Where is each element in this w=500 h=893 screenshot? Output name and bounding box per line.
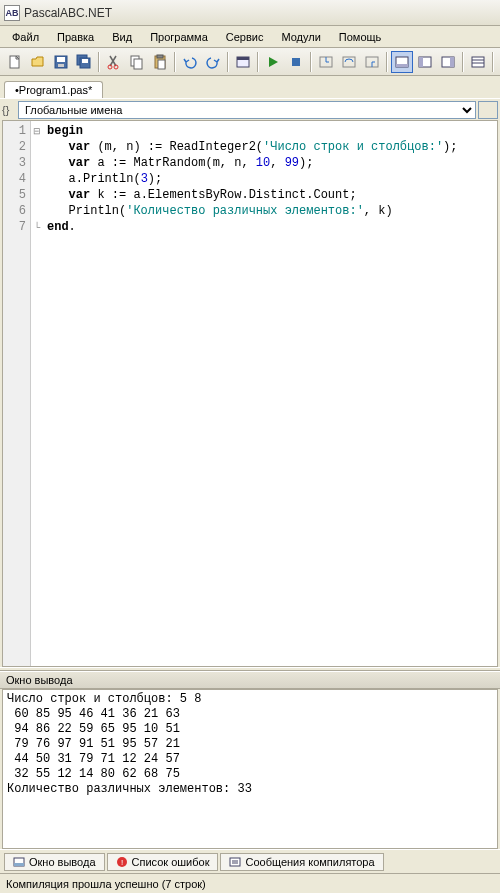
tab-label: Список ошибок <box>132 856 210 868</box>
svg-rect-3 <box>58 64 64 67</box>
menu-view[interactable]: Вид <box>104 29 140 45</box>
scope-bar: {} Глобальные имена <box>0 98 500 120</box>
panel3-button[interactable] <box>437 51 459 73</box>
step-into-button[interactable] <box>315 51 337 73</box>
svg-rect-10 <box>134 59 142 69</box>
menu-bar: Файл Правка Вид Программа Сервис Модули … <box>0 26 500 48</box>
line-number-gutter: 1234567 <box>3 121 31 666</box>
panel2-button[interactable] <box>414 51 436 73</box>
svg-rect-33 <box>230 858 240 866</box>
save-button[interactable] <box>50 51 72 73</box>
output-panel-title: Окно вывода <box>0 671 500 689</box>
copy-button[interactable] <box>126 51 148 73</box>
scope-dropdown[interactable]: Глобальные имена <box>18 101 476 119</box>
bottom-tab-bar: Окно вывода ! Список ошибок Сообщения ко… <box>0 849 500 873</box>
svg-rect-23 <box>419 57 423 67</box>
svg-rect-12 <box>157 55 163 58</box>
toolbar-separator <box>227 52 229 72</box>
save-all-button[interactable] <box>73 51 95 73</box>
new-file-button[interactable] <box>4 51 26 73</box>
tab-label: Окно вывода <box>29 856 96 868</box>
svg-rect-26 <box>472 57 484 67</box>
redo-button[interactable] <box>202 51 224 73</box>
messages-icon <box>229 856 241 868</box>
toolbar-separator <box>174 52 176 72</box>
svg-rect-6 <box>82 59 88 63</box>
paste-button[interactable] <box>149 51 171 73</box>
status-text: Компиляция прошла успешно (7 строк) <box>6 878 206 890</box>
title-bar: AB PascalABC.NET <box>0 0 500 26</box>
cut-button[interactable] <box>103 51 125 73</box>
toggle-form-button[interactable] <box>232 51 254 73</box>
toolbar-separator <box>98 52 100 72</box>
svg-rect-16 <box>292 58 300 66</box>
braces-icon: {} <box>2 104 16 116</box>
toolbar-separator <box>310 52 312 72</box>
toolbar-separator <box>386 52 388 72</box>
toolbar-separator <box>257 52 259 72</box>
error-icon: ! <box>116 856 128 868</box>
menu-program[interactable]: Программа <box>142 29 216 45</box>
menu-help[interactable]: Помощь <box>331 29 390 45</box>
svg-rect-2 <box>57 57 65 62</box>
panel1-button[interactable] <box>391 51 413 73</box>
panel4-button[interactable] <box>467 51 489 73</box>
step-out-button[interactable] <box>361 51 383 73</box>
undo-button[interactable] <box>179 51 201 73</box>
code-area[interactable]: begin var (m, n) := ReadInteger2('Число … <box>43 121 497 666</box>
tab-error-list[interactable]: ! Список ошибок <box>107 853 219 871</box>
svg-rect-15 <box>237 57 249 60</box>
menu-edit[interactable]: Правка <box>49 29 102 45</box>
stop-button[interactable] <box>285 51 307 73</box>
step-over-button[interactable] <box>338 51 360 73</box>
open-file-button[interactable] <box>27 51 49 73</box>
svg-rect-21 <box>396 64 408 67</box>
tab-output-window[interactable]: Окно вывода <box>4 853 105 871</box>
app-icon: AB <box>4 5 20 21</box>
svg-text:!: ! <box>120 858 122 867</box>
menu-file[interactable]: Файл <box>4 29 47 45</box>
status-bar: Компиляция прошла успешно (7 строк) <box>0 873 500 893</box>
output-icon <box>13 856 25 868</box>
window-title: PascalABC.NET <box>24 6 112 20</box>
toolbar-separator <box>492 52 494 72</box>
svg-rect-30 <box>14 863 24 866</box>
editor-tab-bar: •Program1.pas* <box>0 76 500 98</box>
run-button[interactable] <box>262 51 284 73</box>
toolbar-separator <box>462 52 464 72</box>
tab-compiler-messages[interactable]: Сообщения компилятора <box>220 853 383 871</box>
menu-service[interactable]: Сервис <box>218 29 272 45</box>
svg-rect-13 <box>158 60 165 69</box>
fold-gutter[interactable]: ⊟└ <box>31 121 43 666</box>
editor-tab[interactable]: •Program1.pas* <box>4 81 103 98</box>
tab-label: Сообщения компилятора <box>245 856 374 868</box>
scope-nav-button[interactable] <box>478 101 498 119</box>
output-panel[interactable]: Число строк и столбцов: 5 8 60 85 95 46 … <box>2 689 498 849</box>
svg-rect-25 <box>450 57 454 67</box>
menu-modules[interactable]: Модули <box>273 29 328 45</box>
toolbar <box>0 48 500 76</box>
code-editor[interactable]: 1234567 ⊟└ begin var (m, n) := ReadInteg… <box>2 120 498 667</box>
